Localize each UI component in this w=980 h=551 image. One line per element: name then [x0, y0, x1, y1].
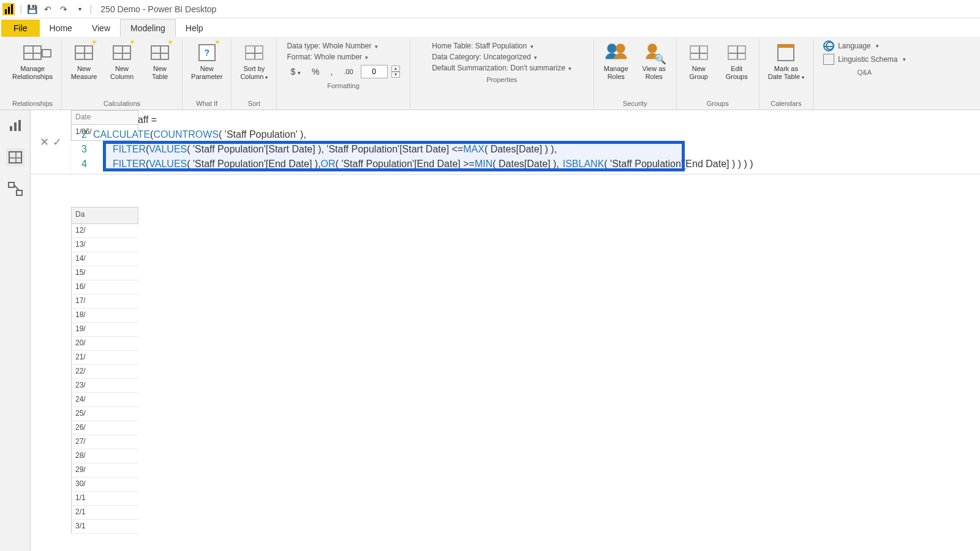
table-row[interactable]: 20/ — [71, 337, 138, 351]
sort-icon — [243, 42, 265, 64]
table-row[interactable]: 19/ — [71, 323, 138, 337]
tab-home[interactable]: Home — [40, 20, 82, 37]
ribbon-tabs: File Home View Modeling Help — [0, 18, 980, 37]
table-row[interactable]: 21/ — [71, 351, 138, 365]
group-label: Calendars — [771, 99, 801, 110]
group-label: Q&A — [858, 67, 872, 78]
table-row[interactable]: 18/ — [71, 309, 138, 323]
group-qa: Language ▾ Linguistic Schema ▾ Q&A — [813, 39, 915, 110]
group-label: Groups — [707, 99, 729, 110]
tab-modeling[interactable]: Modeling — [120, 19, 176, 37]
ribbon: Manage Relationships Relationships New M… — [0, 37, 980, 110]
redo-icon[interactable]: ↷ — [56, 2, 71, 17]
save-icon[interactable]: 💾 — [24, 2, 39, 17]
view-as-roles-button[interactable]: 🔍 View as Roles — [637, 39, 671, 83]
new-parameter-button[interactable]: ? New Parameter — [187, 39, 226, 83]
group-calculations: New Measure New Column New Table Calcula… — [62, 39, 183, 110]
default-summarization-dropdown[interactable]: Default Summarization: Don't summarize ▾ — [432, 64, 571, 72]
new-table-button[interactable]: New Table — [143, 39, 177, 83]
svg-rect-1 — [14, 122, 17, 131]
sort-by-column-button[interactable]: Sort by Column ▾ — [236, 39, 271, 84]
table-row[interactable]: 22/ — [71, 365, 138, 379]
decimal-icon: .00 — [340, 67, 356, 77]
window-title: 250 Demo - Power BI Desktop — [100, 4, 216, 14]
qat-dropdown-icon[interactable]: ▾ — [72, 2, 87, 17]
table-row[interactable]: 27/ — [71, 435, 138, 449]
group-formatting: Data type: Whole Number ▾ Format: Whole … — [277, 39, 410, 110]
table-row[interactable]: 2/1 — [71, 506, 138, 520]
percent-button[interactable]: % — [308, 66, 323, 78]
table-row[interactable]: 29/ — [71, 463, 138, 478]
measure-icon — [73, 42, 95, 64]
manage-relationships-button[interactable]: Manage Relationships — [9, 39, 56, 83]
tab-help[interactable]: Help — [176, 20, 213, 37]
table-row[interactable]: 14/ — [71, 252, 138, 266]
data-type-dropdown[interactable]: Data type: Whole Number ▾ — [287, 42, 399, 50]
work-area: ✕ ✓ 1Current Staff = 2CALCULATE( COUNTRO… — [31, 110, 980, 551]
tab-view[interactable]: View — [82, 20, 120, 37]
report-view-icon[interactable] — [6, 116, 24, 135]
linguistic-schema-dropdown[interactable]: Linguistic Schema ▾ — [823, 54, 905, 65]
group-label: Relationships — [12, 99, 53, 110]
svg-rect-3 — [9, 182, 14, 187]
svg-rect-0 — [10, 126, 12, 131]
cell-value[interactable]: 1/06/ — [71, 125, 138, 141]
table-row[interactable]: 3/1 — [71, 520, 138, 534]
tab-file[interactable]: File — [1, 20, 40, 37]
group-properties: Home Table: Staff Population ▾ Data Cate… — [410, 39, 594, 110]
group-groups: New Group Edit Groups Groups — [677, 39, 760, 110]
new-column-button[interactable]: New Column — [105, 39, 139, 83]
svg-rect-4 — [17, 190, 22, 195]
svg-rect-2 — [18, 120, 21, 131]
format-dropdown[interactable]: Format: Whole number ▾ — [287, 53, 399, 61]
quick-access-toolbar: 💾 ↶ ↷ ▾ — [24, 2, 87, 17]
new-group-button[interactable]: New Group — [682, 39, 716, 83]
cancel-formula-icon[interactable]: ✕ — [40, 135, 49, 149]
column-icon — [111, 42, 133, 64]
table-row[interactable]: 28/ — [71, 449, 138, 463]
data-grid-stub: Da 12/13/14/15/16/17/18/19/20/21/22/23/2… — [71, 207, 138, 551]
table-row[interactable]: 15/ — [71, 266, 138, 280]
globe-icon — [823, 40, 834, 51]
table-row[interactable]: 16/ — [71, 280, 138, 294]
column-header[interactable]: Da — [71, 207, 138, 224]
new-measure-button[interactable]: New Measure — [67, 39, 101, 83]
table-row[interactable]: 24/ — [71, 393, 138, 407]
table-row[interactable]: 13/ — [71, 238, 138, 252]
table-row[interactable]: 25/ — [71, 407, 138, 421]
formula-editor[interactable]: 1Current Staff = 2CALCULATE( COUNTROWS( … — [71, 110, 980, 174]
group-label: What If — [196, 99, 217, 110]
group-calendars: Mark as Date Table ▾ Calendars — [760, 39, 813, 110]
group-label: Calculations — [104, 99, 140, 110]
column-header[interactable]: Date — [71, 110, 138, 125]
edit-groups-button[interactable]: Edit Groups — [720, 39, 754, 83]
table-row[interactable]: 12/ — [71, 224, 138, 238]
decimals-input[interactable] — [361, 65, 388, 78]
table-row[interactable]: 1/1 — [71, 492, 138, 506]
table-row[interactable]: 23/ — [71, 379, 138, 393]
manage-roles-button[interactable]: Manage Roles — [599, 39, 633, 83]
data-category-dropdown[interactable]: Data Category: Uncategorized ▾ — [432, 53, 571, 61]
app-icon — [2, 3, 15, 15]
table-row[interactable]: 26/ — [71, 421, 138, 435]
edit-groups-icon — [726, 42, 748, 64]
home-table-dropdown[interactable]: Home Table: Staff Population ▾ — [432, 42, 571, 50]
table-row[interactable]: 17/ — [71, 294, 138, 309]
decimals-spinner[interactable]: ▴▾ — [391, 66, 400, 78]
parameter-icon: ? — [196, 42, 218, 64]
language-dropdown[interactable]: Language ▾ — [823, 40, 905, 51]
model-view-icon[interactable] — [6, 180, 24, 198]
group-sort: Sort by Column ▾ Sort — [232, 39, 277, 110]
mark-date-table-button[interactable]: Mark as Date Table ▾ — [764, 39, 808, 84]
roles-icon — [605, 42, 627, 64]
table-row[interactable]: 30/ — [71, 478, 138, 492]
currency-button[interactable]: $ ▾ — [287, 66, 304, 78]
calendar-icon — [775, 42, 797, 64]
group-label: Security — [623, 99, 647, 110]
group-security: Manage Roles 🔍 View as Roles Security — [594, 39, 677, 110]
group-label: Properties — [486, 75, 517, 86]
data-view-icon[interactable] — [6, 148, 24, 167]
commit-formula-icon[interactable]: ✓ — [53, 135, 62, 149]
undo-icon[interactable]: ↶ — [40, 2, 55, 17]
thousands-button[interactable]: , — [327, 66, 337, 78]
